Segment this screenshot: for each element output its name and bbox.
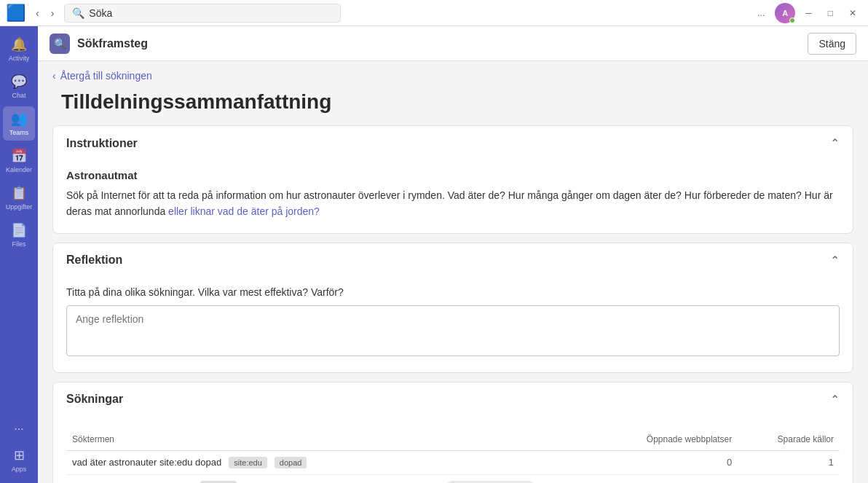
table-row: astronaut daglig kost doc:ppt doc:ppt Se… xyxy=(66,474,840,483)
search-bar[interactable]: 🔍 Söka xyxy=(64,4,341,23)
online-status-dot xyxy=(789,17,795,23)
opened-count: 0 xyxy=(593,474,738,483)
activity-icon: 🔔 xyxy=(11,36,27,52)
searches-section-header[interactable]: Sökningar ⌃ xyxy=(53,382,853,417)
sidebar-item-calendar[interactable]: 📅 Kalender xyxy=(3,144,35,178)
content-area: 🔍 Sökframsteg Stäng ‹ Återgå till söknin… xyxy=(38,26,868,483)
sidebar-item-label: Uppgifter xyxy=(6,203,33,211)
close-app-button[interactable]: Stäng xyxy=(808,33,856,55)
maximize-button[interactable]: □ xyxy=(822,5,839,21)
teams-logo-icon: 🟦 xyxy=(6,4,25,23)
app-layout: 🔔 Activity 💬 Chat 👥 Teams 📅 Kalender 📋 U… xyxy=(0,26,868,483)
reflection-title: Reflektion xyxy=(66,254,122,267)
col-header-saved: Sparade källor xyxy=(738,431,840,451)
instruction-text: Sök på Internet för att ta reda på infor… xyxy=(66,187,840,220)
sidebar-item-label: Chat xyxy=(12,92,25,99)
reflection-section: Reflektion ⌃ Titta på dina olika sökning… xyxy=(52,243,853,373)
title-bar-right: ... A ─ □ ✕ xyxy=(751,3,862,23)
sidebar-item-label: Kalender xyxy=(6,166,32,173)
tasks-icon: 📋 xyxy=(11,185,27,201)
app-header-left: 🔍 Sökframsteg xyxy=(50,34,148,54)
search-term-cell: vad äter astronauter site:edu dopad site… xyxy=(66,450,435,474)
term-badge-row: vad äter astronauter site:edu dopad site… xyxy=(72,457,429,468)
more-options-button[interactable]: ... xyxy=(751,5,770,21)
col-header-opened: Öppnade webbplatser xyxy=(593,431,738,451)
tag-dopad: dopad xyxy=(275,457,307,468)
search-input[interactable]: Söka xyxy=(89,7,333,19)
main-content: Tilldelningssammanfattning Instruktioner… xyxy=(38,85,868,483)
sidebar-item-label: Files xyxy=(12,240,25,248)
sidebar-item-label: Activity xyxy=(9,55,30,62)
sidebar-item-activity[interactable]: 🔔 Activity xyxy=(3,32,35,66)
minimize-button[interactable]: ─ xyxy=(800,5,818,21)
close-window-button[interactable]: ✕ xyxy=(843,5,862,21)
search-term-cell: astronaut daglig kost doc:ppt doc:ppt xyxy=(66,474,435,483)
col-header-empty xyxy=(435,431,592,451)
apps-icon: ⊞ xyxy=(14,447,25,463)
reflection-chevron-icon: ⌃ xyxy=(830,254,840,267)
sidebar-item-files[interactable]: 📄 Files xyxy=(3,218,35,252)
saved-count: 1 xyxy=(738,450,840,474)
instructions-title: Instruktioner xyxy=(66,137,138,150)
page-title: Tilldelningssammanfattning xyxy=(52,90,853,114)
more-apps-dots[interactable]: ··· xyxy=(9,418,28,440)
time-badge-cell: Senaste 24 timmarna xyxy=(435,474,592,483)
searches-chevron-icon: ⌃ xyxy=(830,393,840,407)
app-title: Sökframsteg xyxy=(77,37,148,50)
reflection-body: Titta på dina olika sökningar. Vilka var… xyxy=(53,278,853,372)
searches-table: Söktermen Öppnade webbplatser Sparade kä… xyxy=(66,431,840,483)
instructions-chevron-icon: ⌃ xyxy=(830,136,840,150)
sidebar: 🔔 Activity 💬 Chat 👥 Teams 📅 Kalender 📋 U… xyxy=(0,26,38,483)
forward-button[interactable]: › xyxy=(47,4,59,22)
searches-body: Söktermen Öppnade webbplatser Sparade kä… xyxy=(53,417,853,483)
opened-count: 0 xyxy=(593,450,738,474)
reflection-section-header[interactable]: Reflektion ⌃ xyxy=(53,243,853,278)
back-to-search-link[interactable]: ‹ Återgå till sökningen xyxy=(38,61,868,85)
avatar[interactable]: A xyxy=(775,3,795,23)
sidebar-item-apps[interactable]: ⊞ Apps xyxy=(3,443,35,477)
nav-buttons: ‹ › xyxy=(31,4,58,22)
title-bar: 🟦 ‹ › 🔍 Söka ... A ─ □ ✕ xyxy=(0,0,868,26)
term-badge-cell xyxy=(435,450,592,474)
reflection-textarea[interactable] xyxy=(66,305,840,356)
tag-site: site:edu xyxy=(229,457,267,468)
searches-title: Sökningar xyxy=(66,393,123,406)
instruction-link-text: eller liknar vad de äter på jorden? xyxy=(168,205,320,217)
search-term-text: vad äter astronauter site:edu dopad xyxy=(72,457,221,468)
sidebar-item-teams[interactable]: 👥 Teams xyxy=(3,106,35,141)
teams-icon: 👥 xyxy=(11,111,27,127)
app-icon: 🔍 xyxy=(50,34,70,54)
instructions-body: Astronautmat Sök på Internet för att ta … xyxy=(53,160,853,233)
instructions-section-header[interactable]: Instruktioner ⌃ xyxy=(53,126,853,160)
sidebar-item-tasks[interactable]: 📋 Uppgifter xyxy=(3,181,35,215)
saved-count: 0 xyxy=(738,474,840,483)
col-header-term: Söktermen xyxy=(66,431,435,451)
reflection-prompt: Titta på dina olika sökningar. Vilka var… xyxy=(66,286,840,298)
instructions-section: Instruktioner ⌃ Astronautmat Sök på Inte… xyxy=(52,125,853,234)
table-row: vad äter astronauter site:edu dopad site… xyxy=(66,450,840,474)
sidebar-item-label: Teams xyxy=(9,129,29,136)
app-header: 🔍 Sökframsteg Stäng xyxy=(38,26,868,61)
chevron-left-icon: ‹ xyxy=(52,70,56,82)
searches-section: Sökningar ⌃ Söktermen Öppnade webbplatse… xyxy=(52,382,853,483)
back-link-label: Återgå till sökningen xyxy=(60,70,152,82)
title-bar-left: 🟦 ‹ › 🔍 Söka xyxy=(6,4,341,23)
calendar-icon: 📅 xyxy=(11,148,27,164)
search-icon: 🔍 xyxy=(72,7,84,19)
instruction-heading: Astronautmat xyxy=(66,169,840,181)
sidebar-item-chat[interactable]: 💬 Chat xyxy=(3,69,35,103)
files-icon: 📄 xyxy=(11,222,27,238)
chat-icon: 💬 xyxy=(11,74,27,90)
back-button[interactable]: ‹ xyxy=(31,4,44,22)
apps-label: Apps xyxy=(12,466,27,473)
